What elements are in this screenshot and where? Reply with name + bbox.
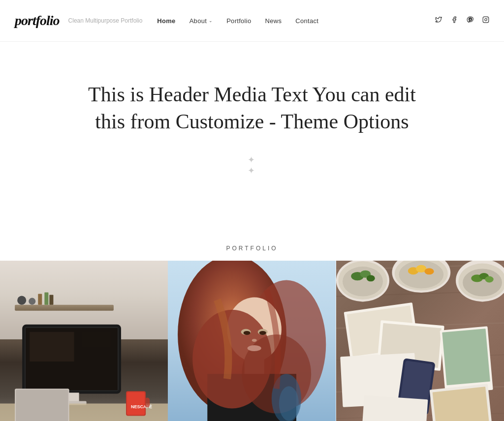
svg-rect-15 bbox=[82, 332, 111, 347]
svg-rect-8 bbox=[44, 293, 48, 305]
svg-rect-22 bbox=[127, 392, 145, 415]
svg-rect-75 bbox=[361, 395, 428, 421]
svg-point-56 bbox=[399, 261, 443, 288]
svg-point-38 bbox=[259, 331, 266, 335]
site-tagline: Clean Multipurpose Portfolio bbox=[68, 17, 143, 24]
nav-about[interactable]: About bbox=[189, 17, 207, 25]
svg-rect-6 bbox=[29, 298, 35, 305]
svg-rect-5 bbox=[17, 296, 26, 305]
svg-rect-7 bbox=[38, 294, 42, 305]
portfolio-grid: NESCAFÉ bbox=[0, 261, 504, 421]
social-icons bbox=[435, 16, 489, 25]
nav-news[interactable]: News bbox=[265, 17, 282, 25]
facebook-icon[interactable] bbox=[451, 16, 458, 25]
nav-contact[interactable]: Contact bbox=[295, 17, 318, 25]
site-header: portfolio Clean Multipurpose Portfolio H… bbox=[0, 0, 504, 42]
hero-section: This is Header Media Text You can edit t… bbox=[0, 42, 504, 235]
svg-point-53 bbox=[366, 275, 375, 282]
svg-point-65 bbox=[485, 276, 493, 283]
main-nav: Home About ⌄ Portfolio News Contact bbox=[157, 17, 318, 25]
hero-title: This is Header Media Text You can edit t… bbox=[80, 81, 424, 135]
pinterest-icon[interactable] bbox=[467, 16, 473, 25]
svg-point-40 bbox=[248, 345, 261, 351]
portfolio-item-2[interactable] bbox=[168, 261, 336, 421]
svg-point-37 bbox=[244, 331, 251, 335]
svg-point-39 bbox=[252, 339, 257, 342]
asterism-icon: ✦ ✦ bbox=[245, 154, 259, 176]
svg-rect-0 bbox=[483, 17, 489, 23]
twitter-icon[interactable] bbox=[435, 16, 442, 25]
svg-point-62 bbox=[463, 269, 502, 297]
site-logo[interactable]: portfolio bbox=[15, 13, 60, 29]
chevron-down-icon: ⌄ bbox=[209, 18, 213, 23]
svg-rect-4 bbox=[15, 305, 114, 311]
svg-rect-14 bbox=[30, 332, 74, 361]
svg-point-59 bbox=[424, 269, 434, 275]
portfolio-item-3[interactable] bbox=[336, 261, 504, 421]
logo-area: portfolio Clean Multipurpose Portfolio bbox=[15, 13, 142, 29]
instagram-icon[interactable] bbox=[482, 16, 489, 25]
portfolio-section: PORTFOLIO bbox=[0, 235, 504, 421]
svg-rect-20 bbox=[16, 390, 68, 421]
nav-portfolio[interactable]: Portfolio bbox=[226, 17, 251, 25]
svg-point-34 bbox=[279, 387, 299, 421]
nav-home[interactable]: Home bbox=[157, 17, 175, 25]
svg-rect-77 bbox=[432, 387, 489, 421]
portfolio-label: PORTFOLIO bbox=[0, 235, 504, 261]
svg-rect-74 bbox=[442, 329, 490, 385]
hero-divider: ✦ ✦ bbox=[245, 154, 259, 176]
svg-rect-24 bbox=[145, 398, 150, 408]
portfolio-item-1[interactable]: NESCAFÉ bbox=[0, 261, 168, 421]
svg-rect-9 bbox=[49, 295, 53, 305]
nav-about-wrap[interactable]: About ⌄ bbox=[189, 17, 213, 25]
